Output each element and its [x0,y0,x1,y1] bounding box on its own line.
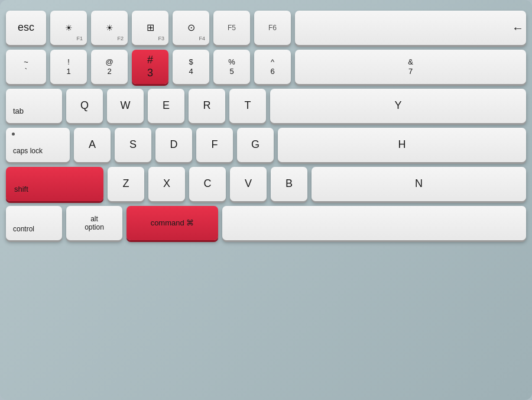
control-label: control [8,225,34,237]
key-v[interactable]: V [230,167,267,201]
esc-label: esc [18,21,34,34]
capslock-label: caps lock [8,147,43,159]
f2-label: F2 [117,36,124,42]
f3-label: F3 [158,36,164,42]
key-d[interactable]: D [155,128,192,162]
key-backspace[interactable]: ← [295,11,526,45]
three-label: 3 [147,67,153,80]
v-label: V [245,178,252,191]
three-content: # 3 [147,54,153,79]
f1-label: F1 [76,36,83,42]
zxcv-row: shift Z X C V B N [6,167,526,201]
key-h[interactable]: H [278,128,526,162]
f-label: F [212,138,218,151]
key-space[interactable] [222,206,526,240]
f5-label: F5 [228,24,236,32]
dashboard-icon: ⊙ [187,22,195,33]
at-label: @ [105,57,113,67]
alt-label: alt [90,215,98,223]
key-r[interactable]: R [189,89,225,123]
key-f4[interactable]: ⊙ F4 [173,11,209,45]
keyboard: esc ☀ F1 ☀ F2 ⊞ F3 ⊙ F4 F5 F6 ← [0,0,532,400]
number-row: ~ ` ! 1 @ 2 # 3 $ 4 [6,50,526,84]
qwerty-row: tab Q W E R T Y [6,89,526,123]
key-n[interactable]: N [312,167,526,201]
key-5[interactable]: % 5 [213,50,250,84]
z-label: Z [123,178,129,191]
key-s[interactable]: S [115,128,151,162]
tilde-content: ~ ` [24,57,28,76]
one-label: 1 [66,67,70,76]
key-1[interactable]: ! 1 [50,50,87,84]
key-g[interactable]: G [237,128,274,162]
backspace-icon: ← [512,21,524,35]
key-esc[interactable]: esc [6,11,46,45]
key-tilde[interactable]: ~ ` [6,50,46,84]
key-f6[interactable]: F6 [254,11,291,45]
q-label: Q [80,99,89,112]
r-label: R [203,99,211,112]
key-7[interactable]: & 7 [295,50,526,84]
key-shift-left[interactable]: shift [6,167,103,201]
key-6[interactable]: ^ 6 [254,50,291,84]
two-content: @ 2 [105,57,113,76]
t-label: T [245,99,251,112]
y-label: Y [394,99,401,112]
modifier-row: control alt option command ⌘ [6,206,526,240]
key-3[interactable]: # 3 [132,50,168,84]
a-label: A [89,138,96,151]
key-f2[interactable]: ☀ F2 [91,11,128,45]
key-f3[interactable]: ⊞ F3 [132,11,168,45]
key-2[interactable]: @ 2 [91,50,128,84]
key-e[interactable]: E [148,89,184,123]
key-tab[interactable]: tab [6,89,62,123]
key-option[interactable]: alt option [66,206,122,240]
tab-label: tab [8,107,24,120]
mission-control-icon: ⊞ [147,22,154,33]
key-f5[interactable]: F5 [213,11,250,45]
capslock-led [12,133,15,136]
four-content: $ 4 [189,57,193,76]
key-y[interactable]: Y [270,89,526,123]
n-label: N [415,178,423,191]
key-q[interactable]: Q [66,89,103,123]
key-w[interactable]: W [107,89,144,123]
amp-label: & [408,57,413,67]
key-4[interactable]: $ 4 [173,50,209,84]
key-b[interactable]: B [271,167,307,201]
backtick-bot: ` [25,67,27,76]
key-f1[interactable]: ☀ F1 [50,11,87,45]
key-control[interactable]: control [6,206,62,240]
dollar-label: $ [189,57,193,67]
two-label: 2 [107,67,111,76]
six-content: ^ 6 [270,57,274,76]
command-label: command ⌘ [151,218,194,228]
key-capslock[interactable]: caps lock [6,128,70,162]
key-c[interactable]: C [189,167,226,201]
f4-label: F4 [199,36,205,42]
six-label: 6 [270,67,274,76]
e-label: E [163,99,170,112]
hash-label: # [147,54,153,67]
caret-label: ^ [271,57,274,67]
shift-label: shift [8,185,28,198]
f6-label: F6 [268,24,277,32]
key-a[interactable]: A [74,128,111,162]
four-label: 4 [189,67,193,76]
seven-label: 7 [408,67,413,76]
w-label: W [121,99,131,112]
key-z[interactable]: Z [108,167,144,201]
key-f[interactable]: F [196,128,233,162]
asdf-row: caps lock A S D F G H [6,128,526,162]
h-label: H [398,138,406,151]
d-label: D [170,138,178,151]
x-label: X [163,178,170,191]
key-x[interactable]: X [148,167,185,201]
key-command[interactable]: command ⌘ [126,206,218,240]
g-label: G [251,138,259,151]
percent-label: % [228,57,235,67]
key-t[interactable]: T [229,89,266,123]
brightness-down-icon: ☀ [65,23,73,33]
brightness-up-icon: ☀ [106,23,113,33]
s-label: S [129,138,137,151]
